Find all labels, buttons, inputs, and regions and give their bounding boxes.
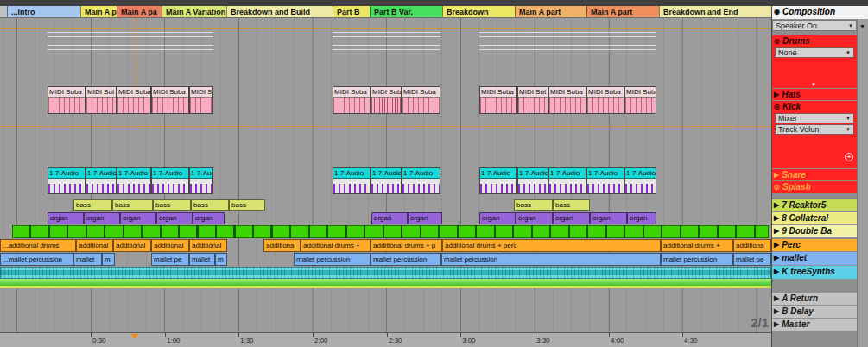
clip-organ[interactable]: organ xyxy=(120,212,156,224)
track-header-treesynths[interactable]: ▶K treeSynths xyxy=(772,266,857,279)
locator-marker[interactable]: Main A pa xyxy=(80,6,117,18)
clip-organ[interactable]: organ xyxy=(553,212,590,224)
track-header-splash[interactable]: ◎Splash xyxy=(772,181,857,193)
clip-organ[interactable]: organ xyxy=(516,212,553,224)
clip-hats-midi[interactable]: MIDI Suba xyxy=(548,86,586,114)
track-header-a-return[interactable]: ▶A Return xyxy=(772,293,857,305)
clip-perc[interactable]: additiona xyxy=(263,239,301,252)
clip-bass[interactable]: bass xyxy=(73,199,112,211)
fold-triangle-icon[interactable]: ▶ xyxy=(774,91,779,98)
fold-triangle-icon[interactable]: ▶ xyxy=(774,215,779,222)
clip-mallet[interactable]: m xyxy=(215,253,227,266)
track-activator-icon[interactable]: ◉ xyxy=(774,9,780,16)
clip-perc[interactable]: additional drums + p xyxy=(371,239,442,252)
clip-hats-midi[interactable]: MIDI Suba xyxy=(48,86,86,114)
clip-snare-audio[interactable]: 1 7-Audio xyxy=(624,167,656,194)
clip-hats-midi[interactable]: MIDI Suba xyxy=(586,86,624,114)
clip-mallet[interactable]: mallet percussion xyxy=(294,253,371,266)
clip-bass[interactable]: bass xyxy=(191,199,229,211)
track-header-collateral[interactable]: ▶8 Collateral xyxy=(772,212,857,224)
locator-marker[interactable]: Breakdown and Build xyxy=(226,6,333,18)
clip-snare-audio[interactable]: 1 7-Audio xyxy=(548,167,586,194)
clip-perc[interactable]: additional drums + perc xyxy=(442,239,661,252)
track-header-perc[interactable]: ▶Perc xyxy=(772,239,857,251)
clip-perc[interactable]: additional drums + xyxy=(661,239,733,252)
track-dropdown[interactable]: None▼ xyxy=(775,47,854,58)
add-automation-icon[interactable]: + xyxy=(845,153,853,161)
locator-bar[interactable]: ...IntroMain A paMain A paMain A Variati… xyxy=(0,6,771,18)
fold-triangle-icon[interactable]: ▶ xyxy=(774,242,779,249)
clip-organ[interactable]: organ xyxy=(479,212,516,224)
locator-marker[interactable]: Main A pa xyxy=(117,6,162,18)
locator-marker[interactable]: Main A part xyxy=(515,6,586,18)
locator-marker[interactable]: Main A part xyxy=(586,6,659,18)
track-activator-icon[interactable]: ◎ xyxy=(774,38,780,45)
clip-hats-midi[interactable]: MIDI Suba xyxy=(333,86,371,114)
clip-perc[interactable]: ...additional drums xyxy=(0,239,76,252)
track-header-composition[interactable]: ◉Composition xyxy=(772,6,868,19)
clip-snare-audio[interactable]: 1 7-Audio xyxy=(151,167,189,194)
locator-marker[interactable]: Part B Var. xyxy=(370,6,442,18)
clip-snare-audio[interactable]: 1 7-Audio xyxy=(479,167,517,194)
track-header-master[interactable]: ▶Master xyxy=(772,319,857,331)
locator-marker[interactable]: Main A Variation xyxy=(162,6,226,18)
clip-perc[interactable]: additional drums + xyxy=(301,239,371,252)
clip-organ[interactable]: organ xyxy=(84,212,120,224)
clip-snare-audio[interactable]: 1 7-Audio xyxy=(333,167,371,194)
fold-triangle-icon[interactable]: ▶ xyxy=(774,202,779,209)
clip-treesynths-line[interactable] xyxy=(0,286,771,288)
clip-hats-midi[interactable]: MIDI Suba xyxy=(479,86,517,114)
track-header-snare[interactable]: ▶Snare xyxy=(772,169,857,180)
clip-composition-mini[interactable] xyxy=(333,29,440,50)
clip-hats-midi[interactable]: MIDI Suba xyxy=(402,86,440,114)
clip-organ[interactable]: organ xyxy=(590,212,627,224)
clip-mallet[interactable]: mallet percussion xyxy=(441,253,661,266)
fold-triangle-icon[interactable]: ▶ xyxy=(774,172,779,179)
clip-composition-mini[interactable] xyxy=(48,29,213,50)
clip-perc[interactable]: additiona xyxy=(733,239,771,252)
clip-bass[interactable]: bass xyxy=(153,199,191,211)
locator-marker[interactable]: Breakdown xyxy=(442,6,515,18)
clip-snare-audio[interactable]: 1 7-Audio xyxy=(402,167,440,194)
clip-hats-midi[interactable]: MIDI Sut xyxy=(86,86,117,114)
clip-organ[interactable]: organ xyxy=(408,212,442,224)
clip-hats-midi[interactable]: MIDI Sub xyxy=(189,86,213,114)
track-header-reaktor5[interactable]: ▶7 Reaktor5 xyxy=(772,199,857,211)
fold-triangle-icon[interactable]: ▶ xyxy=(774,255,779,262)
fold-triangle-icon[interactable]: ▶ xyxy=(774,268,779,275)
clip-bass[interactable]: bass xyxy=(553,199,590,211)
clip-snare-audio[interactable]: 1 7-Aud xyxy=(189,167,213,194)
clip-mallet[interactable]: mallet pe xyxy=(151,253,189,266)
locator-marker[interactable]: ...Intro xyxy=(7,6,80,18)
clip-mallet[interactable]: m xyxy=(102,253,115,266)
clip-hats-midi[interactable]: MIDI Suba xyxy=(624,86,656,114)
time-ruler[interactable]: 0:301:001:302:002:303:003:304:004:30 xyxy=(0,332,771,347)
clip-mallet[interactable]: mallet xyxy=(73,253,102,266)
track-activator-icon[interactable]: ◎ xyxy=(774,104,780,110)
clip-organ[interactable]: organ xyxy=(48,212,84,224)
clip-organ[interactable]: organ xyxy=(156,212,193,224)
clip-bass[interactable]: bass xyxy=(514,199,553,211)
clip-organ[interactable]: organ xyxy=(627,212,656,224)
clip-double-bass[interactable] xyxy=(12,225,769,238)
clip-perc[interactable]: additional xyxy=(76,239,113,252)
clip-bass[interactable]: bass xyxy=(112,199,153,211)
fold-triangle-icon[interactable]: ▶ xyxy=(774,228,779,235)
fold-triangle-icon[interactable]: ▶ xyxy=(774,321,779,328)
clip-snare-audio[interactable]: 1 7-Audio xyxy=(371,167,402,194)
clip-hats-midi[interactable]: MIDI Suba xyxy=(151,86,189,114)
clip-composition-mini[interactable] xyxy=(479,29,656,50)
track-header-kick[interactable]: ◎KickMixer▼Track Volun▼+ xyxy=(772,101,857,168)
clip-snare-audio[interactable]: 1 7-Audio xyxy=(48,167,86,194)
locator-marker[interactable]: Breakdown and End xyxy=(659,6,771,18)
clip-perc[interactable]: additional xyxy=(189,239,227,252)
track-header-double-ba[interactable]: ▶9 Double Ba xyxy=(772,225,857,237)
fold-triangle-icon[interactable]: ▶ xyxy=(774,308,779,315)
track-header-mallet[interactable]: ▶mallet xyxy=(772,252,857,265)
clip-organ[interactable]: organ xyxy=(193,212,225,224)
clip-hats-midi[interactable]: MIDI Sut xyxy=(517,86,548,114)
track-header-drums[interactable]: ◎DrumsNone▼▼ xyxy=(772,35,857,88)
locator-marker[interactable]: Part B xyxy=(333,6,370,18)
clip-mallet[interactable]: ...mallet percussion xyxy=(0,253,73,266)
track-header-hats[interactable]: ▶Hats xyxy=(772,89,857,100)
